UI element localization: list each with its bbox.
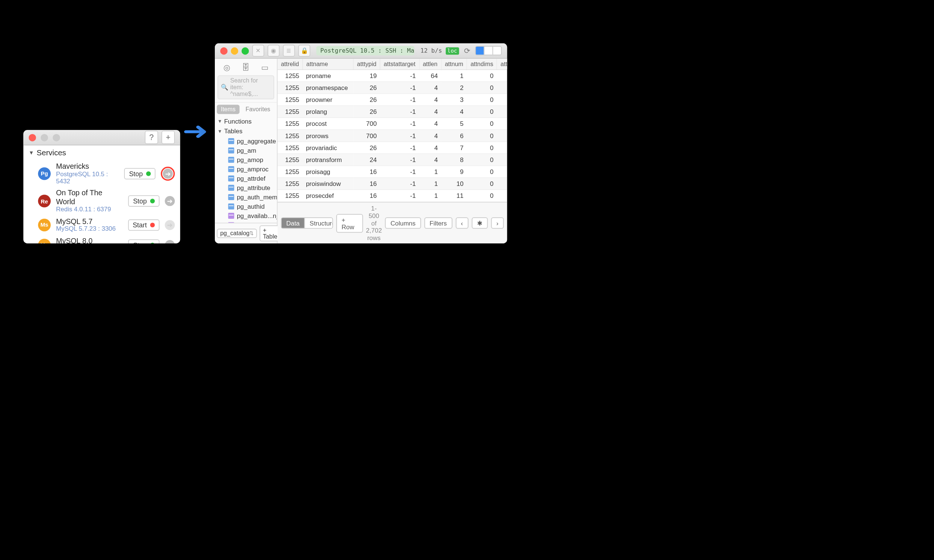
object-tree[interactable]: ▼Functions ▼Tables pg_aggregatepg_ampg_a… xyxy=(215,116,277,223)
view-data[interactable]: Data xyxy=(282,218,305,228)
cell[interactable]: proname xyxy=(303,70,353,82)
cell[interactable]: -1 xyxy=(497,118,507,129)
cell[interactable]: -1 xyxy=(497,178,507,190)
cell[interactable]: 0 xyxy=(467,94,497,106)
cell[interactable]: 1255 xyxy=(277,70,303,82)
column-header[interactable]: attndims xyxy=(467,58,497,69)
cell[interactable]: 1255 xyxy=(277,154,303,166)
cell[interactable]: 0 xyxy=(467,118,497,129)
cell[interactable]: -1 xyxy=(380,106,419,118)
table-row[interactable]: 1255proisagg16-1190-1-1TRUE⇅ xyxy=(277,166,507,178)
cell[interactable]: -1 xyxy=(380,178,419,190)
cell[interactable]: 0 xyxy=(467,106,497,118)
tree-table-item[interactable]: pg_aggregate xyxy=(215,136,277,145)
cell[interactable]: 0 xyxy=(467,190,497,202)
table-row[interactable]: 1255provariadic26-1470-1-1TRUE⇅ xyxy=(277,142,507,154)
cell[interactable]: 1 xyxy=(419,190,441,202)
sql-icon[interactable]: ▭ xyxy=(261,63,269,72)
cell[interactable]: proiswindow xyxy=(303,178,353,190)
cell[interactable]: 1255 xyxy=(277,118,303,129)
tree-tables[interactable]: ▼Tables xyxy=(215,126,277,136)
cell[interactable]: 6 xyxy=(441,129,467,142)
table-row[interactable]: 1255proname19-16410-1-1FALSE⇅ xyxy=(277,70,507,82)
section-services[interactable]: ▼Services xyxy=(23,145,180,160)
cell[interactable]: 1255 xyxy=(277,94,303,106)
filters-button[interactable]: Filters xyxy=(424,217,452,228)
cell[interactable]: prosecdef xyxy=(303,190,353,202)
tree-table-item[interactable]: pg_amproc xyxy=(215,164,277,173)
table-row[interactable]: 1255proiswindow16-11100-1-1TRUE⇅ xyxy=(277,178,507,190)
cell[interactable]: -1 xyxy=(497,82,507,94)
cell[interactable]: -1 xyxy=(380,129,419,142)
cell[interactable]: -1 xyxy=(380,190,419,202)
cell[interactable]: 1 xyxy=(419,178,441,190)
cell[interactable]: 5 xyxy=(441,118,467,129)
cell[interactable]: 1255 xyxy=(277,106,303,118)
service-action-button[interactable]: Start xyxy=(128,220,160,231)
cell[interactable]: prorows xyxy=(303,129,353,142)
cell[interactable]: procost xyxy=(303,118,353,129)
table-row[interactable]: 1255prolang26-1440-1-1TRUE⇅ xyxy=(277,106,507,118)
sidebar-search[interactable]: 🔍Search for item: ^name$,... xyxy=(217,75,274,99)
target-icon[interactable]: ◎ xyxy=(223,63,230,72)
service-row[interactable]: Ms MySQL 5.7MySQL 5.7.23 : 3306 Start ➔ xyxy=(23,215,180,235)
cell[interactable]: 0 xyxy=(467,166,497,178)
data-grid[interactable]: attrelidattnameatttypidattstattargetattl… xyxy=(277,58,507,202)
tree-table-item[interactable]: pg_attrdef xyxy=(215,173,277,183)
open-db-icon[interactable]: ➔ xyxy=(165,240,175,243)
table-row[interactable]: 1255pronamespace26-1420-1-1TRUE⇅ xyxy=(277,82,507,94)
cell[interactable]: -1 xyxy=(497,142,507,154)
open-db-icon[interactable]: ➔ xyxy=(165,196,175,206)
cell[interactable]: 4 xyxy=(419,142,441,154)
column-header[interactable]: attrelid xyxy=(277,58,303,69)
cell[interactable]: 8 xyxy=(441,154,467,166)
cell[interactable]: 16 xyxy=(353,178,380,190)
gear-icon[interactable]: ✱ xyxy=(472,217,487,228)
cell[interactable]: 4 xyxy=(419,106,441,118)
cell[interactable]: 4 xyxy=(419,118,441,129)
location-bar[interactable]: PostgreSQL 10.5 : SSH : Mavericks : kato… xyxy=(316,46,415,55)
cell[interactable]: protransform xyxy=(303,154,353,166)
preview-icon[interactable]: ◉ xyxy=(268,45,279,57)
add-service-button[interactable]: + xyxy=(162,131,175,144)
close-icon[interactable] xyxy=(220,47,228,54)
cell[interactable]: 0 xyxy=(467,178,497,190)
cell[interactable]: 3 xyxy=(441,94,467,106)
table-row[interactable]: 1255protransform24-1480-1-1TRUE⇅ xyxy=(277,154,507,166)
kill-query-icon[interactable]: ✕ xyxy=(252,45,264,57)
tree-table-item[interactable]: pg_am xyxy=(215,145,277,155)
cell[interactable]: 2 xyxy=(441,82,467,94)
cell[interactable]: 10 xyxy=(441,178,467,190)
tree-table-item[interactable]: pg_auth_members xyxy=(215,192,277,201)
cell[interactable]: 26 xyxy=(353,142,380,154)
columns-button[interactable]: Columns xyxy=(385,217,421,228)
tab-items[interactable]: Items xyxy=(217,105,239,114)
cell[interactable]: 1255 xyxy=(277,178,303,190)
tree-table-item[interactable]: pg_availab...extensions xyxy=(215,220,277,223)
tree-table-item[interactable]: pg_authid xyxy=(215,201,277,211)
column-header[interactable]: attnum xyxy=(441,58,467,69)
cell[interactable]: 9 xyxy=(441,166,467,178)
cell[interactable]: 4 xyxy=(419,154,441,166)
column-header[interactable]: attname xyxy=(303,58,353,69)
cell[interactable]: 4 xyxy=(419,94,441,106)
database-icon[interactable]: 🗄 xyxy=(242,63,250,72)
cell[interactable]: prolang xyxy=(303,106,353,118)
cell[interactable]: 700 xyxy=(353,129,380,142)
open-db-ring[interactable]: ➔ xyxy=(161,166,175,181)
service-action-button[interactable]: Stop xyxy=(125,168,156,179)
cell[interactable]: -1 xyxy=(380,154,419,166)
help-button[interactable]: ? xyxy=(145,131,159,144)
cell[interactable]: 0 xyxy=(467,154,497,166)
cell[interactable]: -1 xyxy=(497,190,507,202)
cell[interactable]: 700 xyxy=(353,118,380,129)
cell[interactable]: 0 xyxy=(467,82,497,94)
cell[interactable]: 26 xyxy=(353,82,380,94)
cell[interactable]: -1 xyxy=(497,166,507,178)
prev-page-button[interactable]: ‹ xyxy=(455,217,468,228)
cell[interactable]: proisagg xyxy=(303,166,353,178)
table-row[interactable]: 1255procost700-1450-1-1TRUE⇅ xyxy=(277,118,507,129)
minimize-icon[interactable] xyxy=(231,47,238,54)
services-titlebar[interactable]: ? + xyxy=(23,130,180,145)
cell[interactable]: 11 xyxy=(441,190,467,202)
